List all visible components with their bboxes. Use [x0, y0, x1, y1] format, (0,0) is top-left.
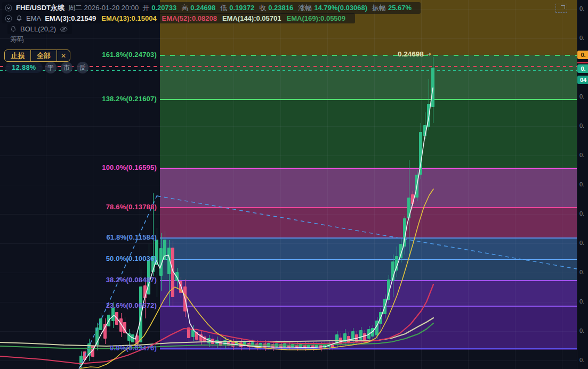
reverse-position-button[interactable]: 反 — [77, 62, 88, 73]
high-arrow-icon: ➔ — [426, 51, 431, 58]
ema-value: EMA(52):0.08208 — [162, 14, 217, 22]
price-axis-label: 0. — [579, 122, 584, 129]
all-button[interactable]: 全部 — [30, 50, 57, 61]
fib-level-label: 23.6%(0.06572) — [0, 301, 157, 309]
fib-level-label: 38.2%(0.08487) — [0, 276, 157, 284]
visibility-off-icon[interactable] — [60, 26, 68, 32]
fib-level-label: 100.0%(0.16595) — [0, 163, 157, 171]
fib-level-label: 78.6%(0.13788) — [0, 203, 157, 211]
ema-value: EMA(144):0.05701 — [222, 14, 281, 22]
ohlc-field: 收0.23816 — [259, 4, 293, 12]
ohlc-field: 振幅25.67% — [372, 4, 412, 12]
high-price-text: 0.24698 — [398, 50, 424, 58]
stop-loss-order-controls: 止损 全部 ✕ — [4, 50, 70, 62]
cancel-order-icon[interactable]: ✕ — [57, 50, 70, 61]
price-axis-label: 0. — [579, 152, 584, 158]
price-axis[interactable]: 0.0.0.0.0.0.0.0.0.0.0.0.0.0.04 — [577, 0, 588, 369]
ema3-line — [80, 88, 433, 367]
price-axis-label: 0. — [579, 269, 584, 275]
stop-order-price-badge: 0. — [577, 51, 588, 59]
price-axis-label: 0. — [579, 327, 584, 334]
price-axis-label: 0. — [579, 357, 584, 363]
price-axis-label: 0. — [579, 93, 584, 100]
fib-level-label: 138.2%(0.21607) — [0, 95, 157, 103]
candlestick-chart[interactable]: FHE/USDT永续 周二 2026-01-20 20:00 开0.20733高… — [0, 0, 577, 369]
screenshot-region-icon[interactable] — [555, 4, 567, 13]
price-axis-label: 0. — [579, 298, 584, 305]
high-price-marker — [577, 62, 588, 63]
fib-level-label: 50.0%(0.10036) — [0, 255, 157, 263]
market-order-button[interactable]: 市 — [61, 62, 73, 73]
last-price-badge: 0. — [577, 64, 588, 73]
ema-value: EMA(169):0.05509 — [287, 14, 346, 22]
symbol-title: FHE/USDT永续 — [16, 3, 65, 13]
price-axis-label: 0. — [579, 5, 584, 12]
position-pnl-badge: 12.88% — [5, 62, 43, 73]
price-axis-label: 0. — [579, 181, 584, 187]
ohlc-fields: 开0.20733高0.24698低0.19372收0.23816涨幅14.79%… — [142, 3, 416, 13]
price-axis-label: 0. — [579, 210, 584, 217]
price-axis-label: 0. — [579, 35, 584, 41]
ema-value: EMA(3):0.21549 — [45, 14, 96, 22]
screenshot-corner-mark — [561, 5, 565, 9]
ema-legend: EMA EMA(3):0.21549EMA(13):0.15004EMA(52)… — [2, 13, 355, 23]
boll-indicator-label: BOLL(20,2) — [20, 25, 56, 33]
chips-indicator-label[interactable]: 筹码 — [7, 34, 28, 45]
session-high-label: 0.24698 ➔ — [398, 50, 431, 58]
price-axis-label: 0. — [579, 240, 584, 246]
countdown-badge: 04 — [577, 76, 588, 84]
bar-datetime: 周二 2026-01-20 20:00 — [68, 3, 139, 13]
ohlc-field: 高0.24698 — [181, 4, 215, 12]
collapse-chevron-icon[interactable] — [5, 15, 12, 22]
stop-loss-button[interactable]: 止损 — [5, 50, 30, 61]
fib-level-label: 0.0%(0.03476) — [0, 344, 157, 352]
ohlc-field: 涨幅14.79%(0.03068) — [298, 4, 367, 12]
collapse-chevron-icon[interactable] — [5, 4, 12, 12]
ohlc-legend: FHE/USDT永续 周二 2026-01-20 20:00 开0.20733高… — [2, 2, 421, 14]
ema-value: EMA(13):0.15004 — [101, 14, 156, 22]
ohlc-field: 低0.19372 — [220, 4, 254, 12]
trendline — [157, 196, 577, 269]
fib-level-label: 61.8%(0.11584) — [0, 233, 157, 241]
ema-values: EMA(3):0.21549EMA(13):0.15004EMA(52):0.0… — [45, 14, 351, 22]
ohlc-field: 开0.20733 — [142, 4, 176, 12]
ema-indicator-label: EMA — [26, 14, 41, 22]
trading-app: FHE/USDT永续 周二 2026-01-20 20:00 开0.20733高… — [0, 0, 588, 369]
boll-legend: BOLL(20,2) — [7, 24, 72, 34]
alert-bell-icon[interactable] — [10, 26, 17, 32]
close-position-button[interactable]: 平 — [45, 62, 57, 73]
alert-bell-icon[interactable] — [16, 15, 22, 22]
